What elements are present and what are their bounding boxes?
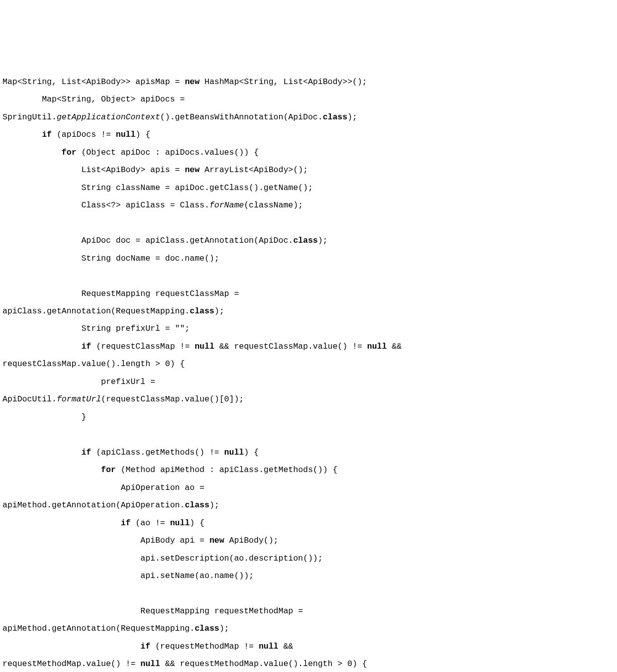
keyword-token: if: [140, 642, 150, 651]
code-token: String docName = doc.name();: [2, 254, 219, 263]
keyword-token: class: [195, 624, 219, 633]
code-token: ) {: [244, 448, 259, 457]
keyword-token: null: [367, 342, 387, 351]
code-token: apiMethod.getAnnotation(RequestMapping.: [2, 624, 195, 633]
code-token: && requestClassMap.value() !=: [214, 342, 367, 351]
code-token: HashMap<String, List<ApiBody>>();: [200, 77, 367, 87]
keyword-token: class: [190, 306, 214, 316]
italic-call-token: getApplicationContext: [57, 112, 160, 122]
italic-call-token: formatUrl: [57, 394, 101, 404]
keyword-token: new: [185, 165, 200, 175]
code-token: [2, 518, 121, 528]
code-token: ) {: [135, 130, 150, 139]
keyword-token: new: [209, 536, 224, 545]
code-token: }: [2, 412, 86, 422]
italic-call-token: forName: [209, 200, 244, 210]
keyword-token: if: [81, 448, 91, 457]
code-token: Map<String, List<ApiBody>> apisMap =: [2, 77, 185, 87]
keyword-token: null: [259, 642, 279, 651]
code-token: apiMethod.getAnnotation(ApiOperation.: [2, 500, 185, 510]
code-token: ApiBody api =: [2, 536, 209, 545]
keyword-token: for: [62, 148, 77, 157]
code-token: requestClassMap.value().length > 0) {: [2, 359, 185, 369]
code-token: ApiOperation ao =: [2, 483, 209, 492]
code-token: );: [209, 500, 219, 510]
keyword-token: null: [170, 518, 190, 528]
keyword-token: null: [195, 342, 214, 351]
code-token: (requestClassMap.value()[0]);: [101, 394, 244, 404]
code-token: );: [318, 236, 328, 245]
code-token: api.setDescription(ao.description());: [2, 554, 323, 563]
code-token: prefixUrl =: [2, 377, 160, 386]
code-token: (apiDocs !=: [52, 130, 116, 139]
keyword-token: null: [140, 659, 160, 669]
keyword-token: null: [116, 130, 136, 139]
code-token: requestMethodMap.value() !=: [2, 659, 140, 669]
code-token: && requestMethodMap.value().length > 0) …: [160, 659, 367, 669]
code-token: (className);: [244, 200, 303, 210]
code-token: [2, 448, 81, 457]
code-token: ) {: [190, 518, 205, 528]
code-token: (apiClass.getMethods() !=: [91, 448, 224, 457]
keyword-token: class: [323, 112, 348, 122]
code-token: [2, 130, 42, 139]
code-token: ().getBeansWithAnnotation(ApiDoc.: [160, 112, 323, 122]
code-token: String prefixUrl = "";: [2, 324, 190, 333]
code-token: List<ApiBody> apis =: [2, 165, 185, 175]
code-token: [2, 342, 81, 351]
code-token: (Object apiDoc : apiDocs.values()) {: [77, 148, 259, 157]
code-block: Map<String, List<ApiBody>> apisMap = new…: [2, 73, 615, 672]
code-token: (requestClassMap !=: [91, 342, 195, 351]
code-token: api.setName(ao.name());: [2, 571, 254, 580]
code-token: );: [214, 306, 224, 316]
keyword-token: class: [185, 500, 209, 510]
code-token: ApiBody();: [224, 536, 279, 545]
code-token: [2, 642, 140, 651]
code-token: &&: [387, 342, 407, 351]
code-token: SpringUtil.: [2, 112, 57, 122]
code-token: ApiDoc doc = apiClass.getAnnotation(ApiD…: [2, 236, 293, 245]
code-token: (ao !=: [130, 518, 170, 528]
code-token: Map<String, Object> apiDocs =: [2, 95, 190, 104]
code-token: [2, 148, 62, 157]
code-token: RequestMapping requestClassMap =: [2, 289, 244, 298]
keyword-token: null: [224, 448, 244, 457]
code-token: [2, 465, 101, 475]
code-token: RequestMapping requestMethodMap =: [2, 606, 308, 616]
code-token: (Method apiMethod : apiClass.getMethods(…: [116, 465, 338, 475]
code-token: );: [347, 112, 357, 122]
code-token: ArrayList<ApiBody>();: [200, 165, 308, 175]
keyword-token: if: [42, 130, 52, 139]
code-token: (requestMethodMap !=: [150, 642, 259, 651]
keyword-token: for: [101, 465, 116, 475]
code-token: ApiDocUtil.: [2, 394, 57, 404]
code-token: apiClass.getAnnotation(RequestMapping.: [2, 306, 190, 316]
keyword-token: class: [293, 236, 318, 245]
keyword-token: new: [185, 77, 200, 87]
keyword-token: if: [121, 518, 131, 528]
code-token: String className = apiDoc.getClass().get…: [2, 183, 313, 192]
keyword-token: if: [81, 342, 91, 351]
code-token: Class<?> apiClass = Class.: [2, 200, 209, 210]
code-token: );: [219, 624, 229, 633]
code-token: &&: [279, 642, 299, 651]
